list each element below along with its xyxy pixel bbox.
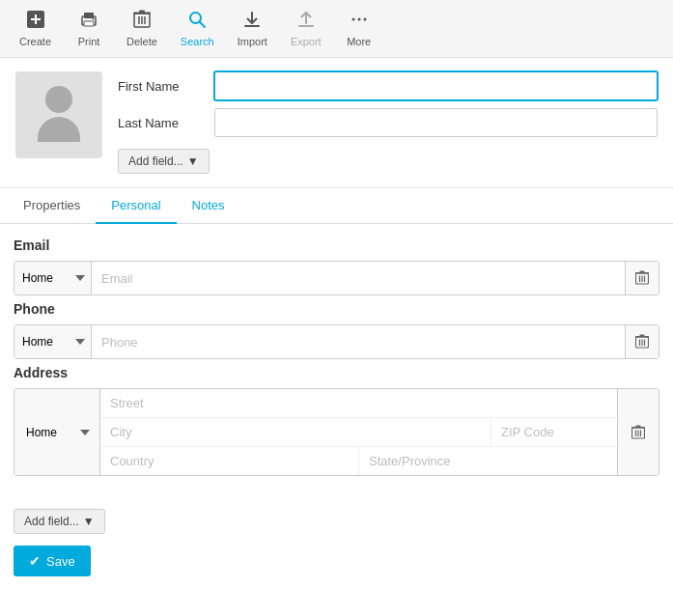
address-section: Address Home Work Other — [14, 365, 659, 476]
svg-rect-36 — [636, 425, 641, 427]
more-icon — [350, 10, 369, 34]
more-button[interactable]: More — [335, 6, 383, 51]
address-country-input[interactable] — [100, 447, 359, 475]
email-section: Email Home Work Other — [14, 238, 659, 295]
address-delete-col — [617, 389, 659, 475]
address-title: Address — [14, 365, 659, 380]
address-country-row — [100, 447, 617, 475]
import-button[interactable]: Import — [228, 6, 277, 51]
trash-icon — [635, 334, 649, 350]
phone-type-select[interactable]: Home Work Mobile Other — [14, 325, 92, 358]
phone-section: Phone Home Work Mobile Other — [14, 301, 659, 359]
email-input[interactable] — [92, 262, 625, 294]
phone-title: Phone — [14, 301, 659, 317]
phone-field-group: Home Work Mobile Other — [14, 324, 659, 359]
delete-label: Delete — [126, 36, 157, 47]
svg-rect-9 — [139, 11, 145, 14]
section-content: Email Home Work Other Phone — [0, 224, 673, 491]
address-city-row — [100, 418, 617, 447]
search-label: Search — [181, 36, 214, 47]
avatar-person — [30, 86, 88, 144]
add-field-chevron-icon: ▼ — [83, 515, 95, 528]
add-field-bottom-wrapper: Add field... ▼ — [14, 505, 659, 534]
contact-header: First Name Last Name Add field... ▼ — [0, 58, 673, 188]
add-field-header-label: Add field... — [128, 154, 183, 168]
tab-personal[interactable]: Personal — [96, 188, 176, 224]
tabs: Properties Personal Notes — [0, 188, 673, 224]
last-name-row: Last Name — [118, 108, 658, 137]
more-label: More — [347, 36, 371, 47]
phone-input[interactable] — [92, 325, 625, 358]
svg-rect-4 — [84, 13, 94, 18]
first-name-row: First Name — [118, 71, 658, 100]
export-label: Export — [291, 36, 322, 47]
avatar-body — [38, 117, 80, 142]
delete-icon — [133, 10, 151, 34]
print-icon — [79, 10, 98, 34]
last-name-input[interactable] — [214, 108, 658, 137]
create-label: Create — [19, 36, 51, 47]
address-street-input[interactable] — [100, 389, 617, 417]
search-icon — [187, 10, 207, 34]
email-type-select[interactable]: Home Work Other — [14, 262, 92, 294]
save-button-wrapper: ✔ Save — [14, 546, 659, 576]
email-delete-button[interactable] — [625, 262, 659, 294]
save-label: Save — [46, 554, 75, 569]
address-fields-col — [100, 389, 617, 475]
add-field-bottom-label: Add field... — [24, 515, 79, 528]
address-zip-input[interactable] — [491, 418, 617, 446]
svg-rect-5 — [84, 21, 94, 26]
bottom-area: Add field... ▼ ✔ Save — [0, 491, 673, 590]
print-label: Print — [78, 36, 100, 47]
avatar-head — [45, 86, 72, 113]
address-state-input[interactable] — [359, 447, 617, 475]
address-delete-button[interactable] — [622, 389, 655, 475]
email-title: Email — [14, 238, 659, 253]
address-type-col: Home Work Other — [14, 389, 100, 475]
add-field-bottom-button[interactable]: Add field... ▼ — [14, 509, 105, 534]
add-field-header-btn-wrapper: Add field... ▼ — [118, 145, 658, 174]
export-icon — [296, 10, 316, 34]
contact-fields: First Name Last Name Add field... ▼ — [118, 71, 658, 174]
email-field-group: Home Work Other — [14, 261, 659, 295]
import-icon — [242, 10, 262, 34]
address-type-select[interactable]: Home Work Other — [18, 416, 96, 449]
trash-icon — [631, 425, 645, 440]
address-group: Home Work Other — [14, 388, 659, 476]
delete-button[interactable]: Delete — [117, 6, 167, 51]
tab-notes[interactable]: Notes — [177, 188, 240, 224]
last-name-label: Last Name — [118, 116, 205, 130]
save-button[interactable]: ✔ Save — [14, 546, 91, 576]
svg-line-14 — [200, 22, 206, 28]
tab-properties[interactable]: Properties — [8, 188, 96, 224]
search-button[interactable]: Search — [171, 6, 224, 51]
add-field-header-chevron-icon: ▼ — [187, 154, 199, 168]
svg-rect-30 — [640, 335, 645, 337]
svg-rect-24 — [640, 271, 645, 273]
svg-point-20 — [357, 18, 360, 21]
trash-icon — [635, 270, 649, 286]
svg-point-19 — [351, 18, 354, 21]
toolbar: Create Print Delete — [0, 0, 673, 58]
svg-point-21 — [363, 18, 366, 21]
add-field-header-button[interactable]: Add field... ▼ — [118, 149, 210, 174]
import-label: Import — [238, 36, 267, 47]
svg-rect-2 — [31, 18, 41, 20]
first-name-label: First Name — [118, 79, 205, 94]
export-button[interactable]: Export — [281, 6, 331, 51]
check-icon: ✔ — [29, 553, 41, 569]
svg-point-6 — [93, 18, 95, 20]
create-button[interactable]: Create — [10, 6, 61, 51]
phone-delete-button[interactable] — [625, 325, 659, 358]
create-icon — [26, 10, 45, 34]
print-button[interactable]: Print — [65, 6, 113, 51]
address-city-input[interactable] — [100, 418, 491, 446]
avatar — [15, 71, 102, 158]
first-name-input[interactable] — [214, 71, 658, 100]
address-street-row — [100, 389, 617, 418]
